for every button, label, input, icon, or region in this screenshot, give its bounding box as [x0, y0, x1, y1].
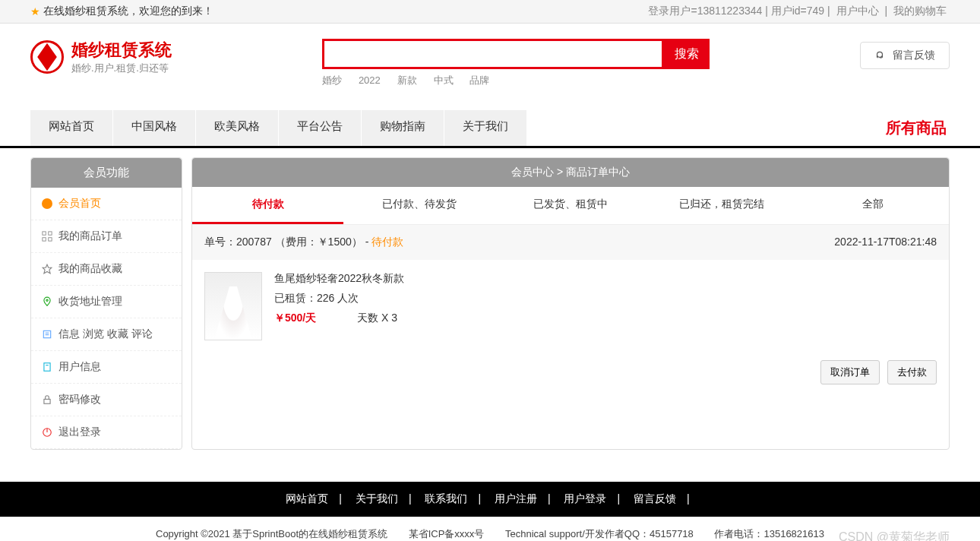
footer-info: Copyright ©2021 基于SprintBoot的在线婚纱租赁系统 某省…	[0, 517, 980, 541]
svg-rect-4	[49, 238, 52, 241]
link-user-center[interactable]: 用户中心	[836, 5, 879, 17]
welcome-text: 在线婚纱租赁系统，欢迎您的到来！	[43, 5, 213, 18]
grid-icon	[42, 231, 52, 242]
sidebar-item-user[interactable]: 用户信息	[31, 351, 182, 384]
tag[interactable]: 中式	[434, 74, 454, 86]
order-header: 单号：200787 （费用：￥1500） - 待付款 2022-11-17T08…	[192, 224, 949, 260]
link-my-cart[interactable]: 我的购物车	[893, 5, 947, 17]
svg-rect-2	[49, 232, 52, 235]
svg-marker-5	[43, 264, 52, 274]
footer-link[interactable]: 联系我们	[425, 492, 467, 505]
tab-pending-payment[interactable]: 待付款	[192, 187, 343, 224]
star-icon: ★	[30, 5, 40, 17]
tag[interactable]: 品牌	[469, 74, 489, 86]
order-status: 待付款	[371, 236, 403, 248]
sidebar-item-address[interactable]: 收货地址管理	[31, 286, 182, 318]
footer-link[interactable]: 用户注册	[495, 492, 537, 505]
tag[interactable]: 婚纱	[322, 74, 342, 86]
svg-rect-12	[44, 399, 50, 403]
days: 天数 X 3	[357, 312, 397, 324]
main-nav: 网站首页 中国风格 欧美风格 平台公告 购物指南 关于我们 所有商品	[0, 110, 980, 148]
nav-item[interactable]: 欧美风格	[196, 110, 279, 146]
user-id: 用户id=749	[771, 5, 824, 17]
tab-returned[interactable]: 已归还，租赁完结	[646, 187, 798, 224]
all-products-link[interactable]: 所有商品	[883, 110, 950, 146]
footer-link[interactable]: 网站首页	[286, 492, 328, 505]
order-tabs: 待付款 已付款、待发货 已发货、租赁中 已归还，租赁完结 全部	[192, 187, 949, 224]
product-thumb[interactable]	[204, 272, 262, 340]
power-icon	[42, 427, 52, 438]
order-actions: 取消订单 去付款	[192, 353, 949, 397]
nav-item[interactable]: 网站首页	[30, 110, 113, 146]
topbar-right: 登录用户=13811223344 | 用户id=749 | 用户中心 | 我的购…	[648, 5, 950, 18]
search-input[interactable]	[322, 39, 664, 69]
sidebar-header: 会员功能	[31, 158, 182, 188]
price: ￥500/天	[274, 312, 316, 324]
sidebar-item-label: 密码修改	[58, 393, 101, 407]
home-icon	[42, 198, 52, 209]
tab-paid[interactable]: 已付款、待发货	[343, 187, 495, 224]
sidebar-item-label: 收货地址管理	[58, 295, 122, 308]
login-user: 登录用户=13811223344	[648, 5, 762, 17]
list-icon	[42, 329, 52, 340]
footer-link[interactable]: 留言反馈	[634, 492, 676, 505]
header: 婚纱租赁系统 婚纱.用户.租赁.归还等 搜索 婚纱 2022 新款 中式 品牌 …	[0, 24, 980, 103]
site-title: 婚纱租赁系统	[71, 39, 172, 62]
sidebar-item-orders[interactable]: 我的商品订单	[31, 220, 182, 253]
sidebar-item-label: 我的商品订单	[58, 229, 122, 243]
order-number: 单号：200787 （费用：￥1500） -	[204, 236, 371, 248]
location-icon	[42, 296, 52, 307]
cancel-order-button[interactable]: 取消订单	[820, 360, 880, 384]
lock-icon	[42, 394, 52, 405]
tag[interactable]: 新款	[397, 74, 417, 86]
nav-item[interactable]: 平台公告	[279, 110, 362, 146]
topbar: ★ 在线婚纱租赁系统，欢迎您的到来！ 登录用户=13811223344 | 用户…	[0, 0, 980, 24]
svg-point-0	[877, 52, 883, 57]
search-tags: 婚纱 2022 新款 中式 品牌	[322, 74, 710, 87]
headset-icon	[874, 50, 885, 61]
sidebar-item-label: 会员首页	[58, 197, 101, 210]
search-button[interactable]: 搜索	[664, 39, 710, 69]
sidebar-item-favorites[interactable]: 我的商品收藏	[31, 253, 182, 286]
nav-item[interactable]: 关于我们	[444, 110, 527, 146]
order-time: 2022-11-17T08:21:48	[834, 236, 937, 249]
feedback-label: 留言反馈	[893, 49, 935, 62]
nav-item[interactable]: 中国风格	[113, 110, 196, 146]
order-body: 鱼尾婚纱轻奢2022秋冬新款 已租赁：226 人次 ￥500/天 天数 X 3	[192, 260, 949, 353]
svg-rect-1	[43, 232, 46, 235]
topbar-welcome: ★ 在线婚纱租赁系统，欢迎您的到来！	[30, 5, 213, 18]
search-block: 搜索 婚纱 2022 新款 中式 品牌	[322, 39, 710, 87]
footer-link[interactable]: 关于我们	[356, 492, 398, 505]
sidebar-item-label: 用户信息	[58, 360, 101, 374]
sidebar-item-info[interactable]: 信息 浏览 收藏 评论	[31, 318, 182, 351]
support: Technical support/开发作者QQ：45157718	[505, 528, 694, 539]
watermark: CSDN @黄菊华老师	[839, 530, 950, 541]
clipboard-icon	[42, 362, 52, 372]
sidebar-item-password[interactable]: 密码修改	[31, 384, 182, 416]
logo-block: 婚纱租赁系统 婚纱.用户.租赁.归还等	[30, 39, 172, 75]
svg-rect-10	[44, 363, 50, 372]
tag[interactable]: 2022	[359, 74, 381, 86]
svg-point-6	[46, 299, 48, 301]
main-panel: 会员中心 > 商品订单中心 待付款 已付款、待发货 已发货、租赁中 已归还，租赁…	[191, 157, 950, 450]
footer-nav: 网站首页| 关于我们| 联系我们| 用户注册| 用户登录| 留言反馈|	[0, 482, 980, 517]
sidebar-item-logout[interactable]: 退出登录	[31, 416, 182, 449]
sidebar-item-label: 退出登录	[58, 426, 101, 439]
star-outline-icon	[42, 264, 52, 274]
sidebar-item-label: 信息 浏览 收藏 评论	[58, 327, 153, 341]
site-subtitle: 婚纱.用户.租赁.归还等	[71, 62, 172, 75]
feedback-button[interactable]: 留言反馈	[860, 42, 950, 69]
nav-item[interactable]: 购物指南	[362, 110, 444, 146]
breadcrumb: 会员中心 > 商品订单中心	[192, 158, 949, 187]
tab-all[interactable]: 全部	[798, 187, 949, 224]
sidebar-item-home[interactable]: 会员首页	[31, 188, 182, 220]
pay-button[interactable]: 去付款	[887, 360, 937, 384]
tab-shipped[interactable]: 已发货、租赁中	[495, 187, 646, 224]
sidebar-item-label: 我的商品收藏	[58, 262, 122, 276]
product-name[interactable]: 鱼尾婚纱轻奢2022秋冬新款	[274, 272, 404, 286]
sidebar: 会员功能 会员首页 我的商品订单 我的商品收藏 收货地址管理 信息 浏览 收藏 …	[30, 157, 182, 450]
footer-link[interactable]: 用户登录	[564, 492, 606, 505]
phone: 作者电话：13516821613	[714, 528, 824, 539]
rent-count: 已租赁：226 人次	[274, 292, 404, 305]
logo-icon	[30, 40, 64, 74]
